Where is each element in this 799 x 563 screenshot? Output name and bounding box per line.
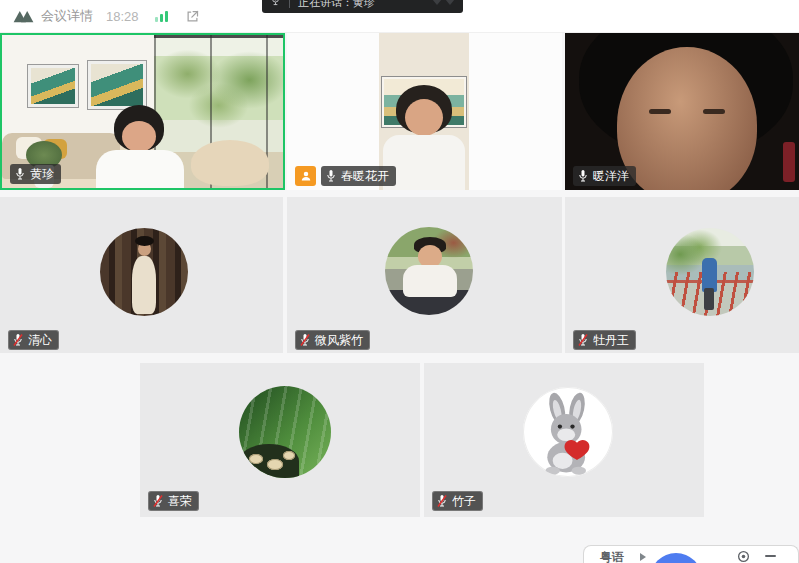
participant-name: 黄珍 <box>30 166 54 183</box>
name-badge: 暖洋洋 <box>573 166 636 186</box>
open-external-icon[interactable] <box>185 9 200 24</box>
divider <box>289 0 290 8</box>
ime-language[interactable]: 粤语 <box>600 549 624 563</box>
triangle-right-icon[interactable] <box>640 553 646 561</box>
participant-name: 暖洋洋 <box>593 168 629 185</box>
speaking-text: 正在讲话：黄珍 <box>298 0 375 10</box>
participant-name: 微风紫竹 <box>315 332 363 349</box>
collapse-icon[interactable] <box>432 0 455 5</box>
mic-on-icon <box>14 167 26 181</box>
mic-muted-icon <box>577 333 589 347</box>
bamboo-tea-avatar <box>239 386 331 478</box>
gear-icon[interactable] <box>737 549 750 563</box>
speaker-icon <box>270 0 281 11</box>
meeting-window: 会议详情 18:28 正在讲话：黄珍 <box>0 0 799 563</box>
signal-bars-icon <box>154 9 170 23</box>
name-badge: 喜荣 <box>148 491 199 511</box>
name-badge: 牡丹王 <box>573 330 636 350</box>
participant-name: 竹子 <box>452 493 476 510</box>
avatar-tile-xirong[interactable]: 喜荣 <box>140 363 420 517</box>
name-badge: 竹子 <box>432 491 483 511</box>
host-badge-icon <box>295 166 316 186</box>
minimize-icon[interactable] <box>765 555 776 557</box>
meeting-details-button[interactable]: 会议详情 <box>41 7 93 25</box>
avatar-tile-weifengzizhu[interactable]: 微风紫竹 <box>287 197 562 353</box>
name-badge: 春暖花开 <box>321 166 396 186</box>
mic-on-icon <box>577 169 589 183</box>
meeting-logo-icon <box>13 9 34 23</box>
mic-muted-icon <box>436 494 448 508</box>
participant-name: 喜荣 <box>168 493 192 510</box>
participant-name: 清心 <box>28 332 52 349</box>
mic-muted-icon <box>12 333 24 347</box>
name-badge: 微风紫竹 <box>295 330 370 350</box>
bridge-portrait-avatar <box>666 228 754 316</box>
name-badge: 黄珍 <box>10 164 61 184</box>
video-tile-huangzhen[interactable]: 黄珍 <box>0 33 285 190</box>
mic-muted-icon <box>299 333 311 347</box>
participant-name: 春暖花开 <box>341 168 389 185</box>
mic-on-icon <box>325 169 337 183</box>
mic-muted-icon <box>152 494 164 508</box>
video-tile-chunnuanhuakai[interactable]: 春暖花开 <box>287 33 562 190</box>
costume-portrait-avatar <box>100 228 188 316</box>
avatar-tile-mudanwang[interactable]: 牡丹王 <box>565 197 799 353</box>
meeting-time: 18:28 <box>106 9 139 24</box>
video-tile-nuanyangyang[interactable]: 暖洋洋 <box>565 33 799 190</box>
name-badge: 清心 <box>8 330 59 350</box>
participant-name: 牡丹王 <box>593 332 629 349</box>
garden-portrait-avatar <box>385 227 473 315</box>
voice-input-icon[interactable] <box>650 553 702 563</box>
avatar-tile-zhuzi[interactable]: 竹子 <box>424 363 704 517</box>
ime-toolbar[interactable]: 粤语 <box>583 545 799 563</box>
rabbit-heart-avatar <box>523 387 613 477</box>
avatar-tile-qingxin[interactable]: 清心 <box>0 197 283 353</box>
speaking-banner[interactable]: 正在讲话：黄珍 <box>262 0 463 13</box>
